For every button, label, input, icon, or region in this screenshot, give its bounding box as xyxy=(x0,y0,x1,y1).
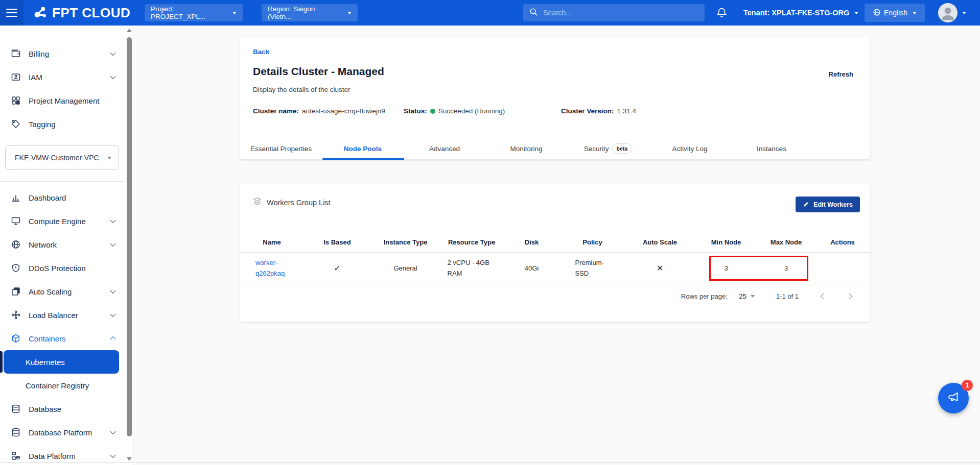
status-value: Succeeded (Running) xyxy=(438,107,505,115)
nodes-icon xyxy=(11,310,21,320)
cluster-name-value: antest-usage-cmp-8uwejri9 xyxy=(302,107,385,115)
rows-per-page-select[interactable]: 25 xyxy=(739,292,755,300)
cross-icon: ✕ xyxy=(657,263,663,273)
sidebar-item-project-management[interactable]: Project Management xyxy=(0,89,125,112)
chevron-down-icon xyxy=(962,12,966,14)
sidebar-item-label: Database Platform xyxy=(29,428,92,437)
pencil-icon xyxy=(803,201,809,209)
sidebar-item-label: Compute Engine xyxy=(29,217,86,226)
column-header: Actions xyxy=(815,232,870,252)
project-selector[interactable]: Project: PROJECT_XPL... xyxy=(145,4,243,21)
back-link[interactable]: Back xyxy=(253,48,269,56)
sidebar-item-container-registry[interactable]: Container Registry xyxy=(0,374,125,397)
rows-per-page-label: Rows per page: xyxy=(681,292,728,300)
user-menu[interactable] xyxy=(938,3,966,22)
policy-value: Premium-SSD xyxy=(575,258,610,278)
sidebar-item-tagging[interactable]: Tagging xyxy=(0,112,125,136)
rows-per-page-value: 25 xyxy=(739,292,746,300)
tab-essential-properties[interactable]: Essential Properties xyxy=(240,138,322,159)
sidebar-item-load-balancer[interactable]: Load Balancer xyxy=(0,303,125,327)
sidebar-item-ddos-protection[interactable]: DDoS Protection xyxy=(0,256,125,280)
sidebar-divider xyxy=(0,181,125,182)
chevron-up-icon xyxy=(110,336,115,342)
sidebar-item-network[interactable]: Network xyxy=(0,233,125,256)
chevron-down-icon xyxy=(110,288,115,293)
tag-icon xyxy=(11,119,21,129)
tab-advanced[interactable]: Advanced xyxy=(404,138,485,159)
brand-name: FPT CLOUD xyxy=(52,5,130,21)
pagination-range: 1-1 of 1 xyxy=(776,292,799,300)
brand-logo[interactable]: FPT CLOUD xyxy=(31,0,130,26)
megaphone-icon xyxy=(946,390,961,406)
previous-page-icon[interactable] xyxy=(820,293,827,300)
tab-node-pools[interactable]: Node Pools xyxy=(322,138,404,159)
chevron-down-icon xyxy=(110,217,115,223)
sidebar-item-label: Data Platform xyxy=(29,452,76,460)
chevron-down-icon xyxy=(110,50,115,56)
region-selector[interactable]: Region: Saigon (Vietn... xyxy=(262,4,358,21)
grid-icon xyxy=(11,95,21,106)
max-node-value: 3 xyxy=(757,253,815,284)
sidebar-item-compute-engine[interactable]: Compute Engine xyxy=(0,209,125,233)
sidebar-item-label: Database xyxy=(29,405,61,413)
min-node-value: 3 xyxy=(695,253,757,284)
tab-monitoring[interactable]: Monitoring xyxy=(485,138,567,159)
scrollbar-thumb[interactable] xyxy=(127,37,132,436)
tab-activity-log[interactable]: Activity Log xyxy=(649,138,731,159)
overlap-squares-icon xyxy=(11,286,21,297)
layers-icon xyxy=(252,197,262,208)
cluster-version-value: 1.31.4 xyxy=(617,107,637,115)
next-page-icon[interactable] xyxy=(846,293,853,300)
sidebar-item-database-platform[interactable]: Database Platform xyxy=(0,421,125,444)
sidebar-item-auto-scaling[interactable]: Auto Scaling xyxy=(0,280,125,303)
edit-workers-button[interactable]: Edit Workers xyxy=(796,197,860,212)
sidebar-item-containers[interactable]: Containers xyxy=(0,327,125,350)
tenant-selector[interactable]: Tenant: XPLAT-FKE-STG-ORG xyxy=(743,0,858,26)
sidebar-item-kubernetes[interactable]: Kubernetes xyxy=(4,350,119,374)
scroll-up-arrow-icon[interactable] xyxy=(127,29,132,32)
globe-icon xyxy=(873,8,881,18)
sidebar-item-label: Project Management xyxy=(29,96,99,105)
globe-icon xyxy=(11,239,21,250)
page-subtitle: Display the details of the cluster xyxy=(253,86,351,93)
vpc-selector[interactable]: FKE-VMW-Customer-VPC xyxy=(5,145,119,170)
data-stack-icon xyxy=(11,451,21,461)
chevron-down-icon xyxy=(110,311,115,317)
sidebar: Billing IAM Project Management Tagging F… xyxy=(0,26,125,465)
beta-badge: beta xyxy=(612,143,633,154)
sidebar-item-label: IAM xyxy=(29,73,42,82)
hamburger-menu-icon[interactable] xyxy=(0,0,24,26)
sidebar-item-billing[interactable]: Billing xyxy=(0,42,125,65)
refresh-button[interactable]: Refresh xyxy=(829,70,853,78)
project-selector-label: Project: PROJECT_XPL... xyxy=(151,5,225,20)
fpt-logo-icon xyxy=(31,4,48,22)
chevron-down-icon xyxy=(107,157,111,159)
status-label: Status: xyxy=(404,107,427,115)
sidebar-item-iam[interactable]: IAM xyxy=(0,65,125,89)
worker-name-link[interactable]: worker-q262pkaq xyxy=(255,258,288,278)
chevron-down-icon xyxy=(854,12,858,14)
announcements-fab[interactable]: 1 xyxy=(938,383,969,413)
chevron-down-icon xyxy=(110,74,115,79)
sidebar-item-data-platform[interactable]: Data Platform xyxy=(0,444,125,465)
sidebar-item-database[interactable]: Database xyxy=(0,397,125,421)
scroll-down-arrow-icon[interactable] xyxy=(127,457,132,461)
language-selector[interactable]: English xyxy=(865,4,925,22)
tab-security[interactable]: Security beta xyxy=(567,138,649,159)
search-input[interactable] xyxy=(543,9,686,17)
column-header: Max Node xyxy=(757,232,815,252)
tab-instances[interactable]: Instances xyxy=(731,138,812,159)
search-icon xyxy=(529,8,538,18)
chevron-down-icon xyxy=(347,12,352,14)
notifications-button[interactable] xyxy=(715,7,729,20)
sidebar-item-dashboard[interactable]: Dashboard xyxy=(0,186,125,209)
language-label: English xyxy=(884,9,907,17)
disk-value: 40Gi xyxy=(503,253,560,284)
chevron-down-icon xyxy=(110,241,115,247)
tab-label: Monitoring xyxy=(510,145,542,153)
bell-icon xyxy=(715,7,728,19)
status-dot-icon xyxy=(430,109,435,114)
edit-workers-label: Edit Workers xyxy=(813,201,853,208)
top-navbar: FPT CLOUD Project: PROJECT_XPL... Region… xyxy=(0,0,980,26)
cluster-info-row: Cluster name: antest-usage-cmp-8uwejri9 … xyxy=(253,107,636,115)
